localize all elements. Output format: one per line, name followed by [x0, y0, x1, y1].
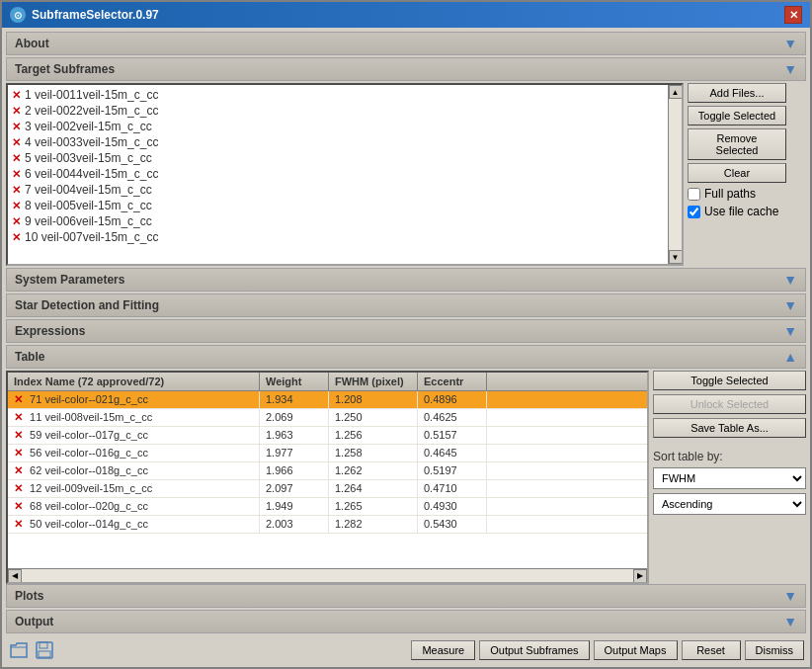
file-item[interactable]: ✕6 veil-0044veil-15m_c_cc: [10, 166, 680, 182]
td-index: 50: [30, 518, 41, 530]
scroll-up-btn[interactable]: ▲: [669, 85, 683, 99]
td-eccentricity: 0.4625: [418, 409, 487, 426]
use-file-cache-checkbox[interactable]: [688, 206, 700, 218]
full-paths-label: Full paths: [704, 187, 756, 201]
sort-label: Sort table by:: [653, 450, 806, 463]
save-table-as-button[interactable]: Save Table As...: [653, 418, 806, 438]
about-section-header[interactable]: About ▼: [6, 32, 806, 55]
file-item-name: 8 veil-005veil-15m_c_cc: [25, 199, 152, 212]
td-x: ✕: [14, 447, 23, 459]
file-item-name: 6 veil-0044veil-15m_c_cc: [25, 167, 158, 181]
file-item-x: ✕: [12, 215, 21, 228]
table-row[interactable]: ✕ 11 veil-008veil-15m_c_cc 2.069 1.250 0…: [8, 409, 647, 427]
td-eccentricity: 0.5197: [418, 462, 487, 479]
td-weight: 1.963: [260, 427, 329, 444]
td-weight: 1.949: [260, 498, 329, 515]
td-weight: 2.003: [260, 516, 329, 533]
file-item[interactable]: ✕10 veil-007veil-15m_c_cc: [10, 229, 680, 245]
clear-button[interactable]: Clear: [688, 163, 786, 183]
td-index: 59: [30, 429, 41, 441]
td-fwhm: 1.282: [329, 516, 418, 533]
td-x: ✕: [14, 482, 23, 494]
table-row[interactable]: ✕ 62 veil-color--018g_c_cc 1.966 1.262 0…: [8, 462, 647, 480]
file-item-name: 4 veil-0033veil-15m_c_cc: [25, 135, 158, 149]
table-section-header[interactable]: Table ▲: [6, 345, 806, 369]
dismiss-button[interactable]: Dismiss: [745, 640, 805, 660]
file-item-name: 10 veil-007veil-15m_c_cc: [25, 230, 158, 244]
td-eccentricity: 0.5430: [418, 516, 487, 533]
sort-field-select[interactable]: FWHM Weight Eccentricity Index: [653, 467, 806, 489]
table-row[interactable]: ✕ 50 veil-color--014g_c_cc 2.003 1.282 0…: [8, 516, 647, 534]
table-horiz-scroll: ◀ ▶: [8, 568, 647, 582]
system-parameters-arrow: ▼: [783, 272, 797, 288]
table-row[interactable]: ✕ 12 veil-009veil-15m_c_cc 2.097 1.264 0…: [8, 480, 647, 498]
about-label: About: [15, 37, 49, 50]
window-title: SubframeSelector.0.97: [32, 8, 159, 22]
td-fwhm: 1.258: [329, 445, 418, 461]
file-item[interactable]: ✕3 veil-002veil-15m_c_cc: [10, 119, 680, 134]
td-index-name: ✕ 62 veil-color--018g_c_cc: [8, 462, 260, 479]
close-button[interactable]: ✕: [784, 6, 802, 24]
folder-icon-btn[interactable]: [8, 639, 30, 661]
td-fwhm: 1.250: [329, 409, 418, 426]
main-window: ⊙ SubframeSelector.0.97 ✕ About ▼ Target…: [0, 0, 812, 669]
horiz-track: [22, 569, 633, 582]
title-bar-left: ⊙ SubframeSelector.0.97: [10, 7, 159, 23]
scroll-left-btn[interactable]: ◀: [8, 569, 22, 583]
td-index: 71: [30, 393, 41, 405]
td-name: veil-color--018g_c_cc: [44, 464, 148, 476]
th-fwhm: FWHM (pixel): [329, 373, 418, 390]
td-weight: 1.934: [260, 391, 329, 408]
svg-rect-1: [40, 642, 47, 648]
file-item[interactable]: ✕7 veil-004veil-15m_c_cc: [10, 182, 680, 198]
output-subframes-button[interactable]: Output Subframes: [479, 640, 589, 660]
table-row[interactable]: ✕ 56 veil-color--016g_c_cc 1.977 1.258 0…: [8, 445, 647, 462]
td-index: 62: [30, 464, 41, 476]
file-item[interactable]: ✕4 veil-0033veil-15m_c_cc: [10, 134, 680, 150]
file-item-x: ✕: [12, 231, 21, 244]
td-x: ✕: [14, 518, 23, 530]
save-icon-btn[interactable]: [34, 639, 55, 661]
full-paths-row: Full paths: [688, 187, 806, 201]
table-side-buttons: Toggle Selected Unlock Selected Save Tab…: [653, 371, 806, 584]
th-index-name: Index Name (72 approved/72): [8, 373, 260, 390]
bottom-bar: Measure Output Subframes Output Maps Res…: [6, 635, 806, 663]
td-x: ✕: [14, 464, 23, 476]
toggle-selected-top-button[interactable]: Toggle Selected: [688, 106, 786, 125]
add-files-button[interactable]: Add Files...: [688, 83, 786, 103]
td-weight: 1.977: [260, 445, 329, 461]
output-section-header[interactable]: Output ▼: [6, 610, 806, 633]
table-container: Index Name (72 approved/72) Weight FWHM …: [6, 371, 649, 584]
scroll-right-btn[interactable]: ▶: [633, 569, 647, 583]
target-subframes-header[interactable]: Target Subframes ▼: [6, 57, 806, 81]
table-row[interactable]: ✕ 59 veil-color--017g_c_cc 1.963 1.256 0…: [8, 427, 647, 445]
sort-direction-select[interactable]: Ascending Descending: [653, 493, 806, 515]
td-index-name: ✕ 68 veil-color--020g_c_cc: [8, 498, 260, 515]
td-index-name: ✕ 50 veil-color--014g_c_cc: [8, 516, 260, 533]
file-item[interactable]: ✕8 veil-005veil-15m_c_cc: [10, 198, 680, 213]
td-index: 56: [30, 447, 41, 459]
plots-section-header[interactable]: Plots ▼: [6, 584, 806, 608]
toggle-selected-table-button[interactable]: Toggle Selected: [653, 371, 806, 390]
table-row[interactable]: ✕ 71 veil-color--021g_c_cc 1.934 1.208 0…: [8, 391, 647, 409]
file-item[interactable]: ✕9 veil-006veil-15m_c_cc: [10, 213, 680, 229]
star-detection-label: Star Detection and Fitting: [15, 298, 159, 312]
file-item[interactable]: ✕1 veil-0011veil-15m_c_cc: [10, 87, 680, 103]
file-item[interactable]: ✕5 veil-003veil-15m_c_cc: [10, 150, 680, 166]
unlock-selected-button[interactable]: Unlock Selected: [653, 394, 806, 414]
reset-button[interactable]: Reset: [682, 640, 741, 660]
scroll-down-btn[interactable]: ▼: [669, 250, 683, 264]
system-parameters-header[interactable]: System Parameters ▼: [6, 268, 806, 292]
td-index: 11: [30, 411, 41, 423]
table-row[interactable]: ✕ 68 veil-color--020g_c_cc 1.949 1.265 0…: [8, 498, 647, 516]
star-detection-header[interactable]: Star Detection and Fitting ▼: [6, 293, 806, 317]
output-maps-button[interactable]: Output Maps: [594, 640, 678, 660]
td-name: veil-008veil-15m_c_cc: [44, 411, 152, 423]
save-icon: [36, 641, 53, 659]
measure-button[interactable]: Measure: [411, 640, 475, 660]
use-file-cache-row: Use file cache: [688, 205, 806, 218]
expressions-header[interactable]: Expressions ▼: [6, 319, 806, 343]
remove-selected-button[interactable]: Remove Selected: [688, 128, 786, 160]
full-paths-checkbox[interactable]: [688, 188, 700, 201]
file-item[interactable]: ✕2 veil-0022veil-15m_c_cc: [10, 103, 680, 119]
